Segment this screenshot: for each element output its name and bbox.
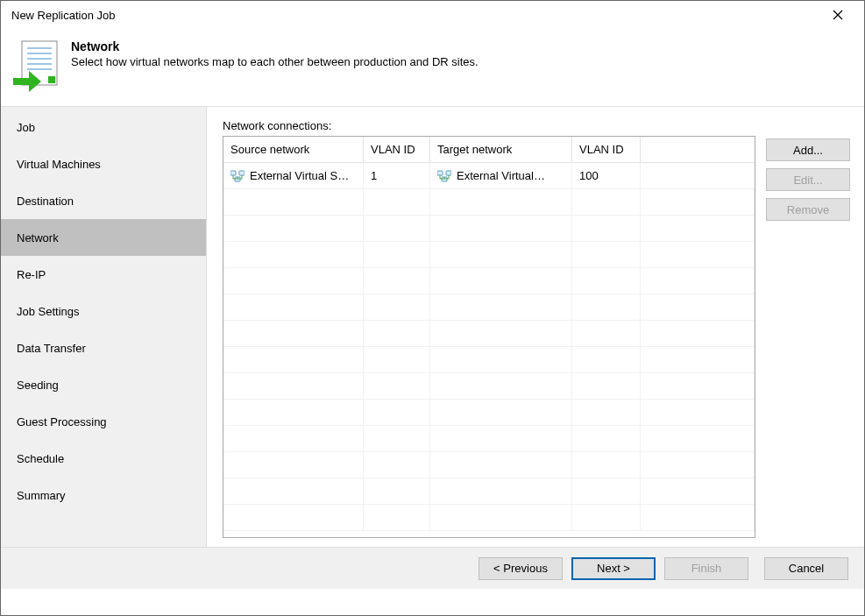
table-row-empty	[223, 268, 755, 294]
network-page-icon	[13, 39, 59, 94]
sidebar-item-guest-processing[interactable]: Guest Processing	[1, 403, 206, 440]
sidebar-item-seeding[interactable]: Seeding	[1, 366, 206, 403]
sidebar-item-label: Summary	[17, 489, 66, 502]
sidebar-item-virtual-machines[interactable]: Virtual Machines	[1, 145, 206, 182]
col-source-network[interactable]: Source network	[223, 137, 364, 162]
table-row-empty	[223, 426, 755, 452]
table-row-empty	[223, 294, 755, 321]
sidebar-item-re-ip[interactable]: Re-IP	[1, 256, 206, 293]
col-spacer	[641, 137, 755, 162]
col-target-network[interactable]: Target network	[430, 137, 572, 162]
cancel-button[interactable]: Cancel	[764, 557, 848, 580]
header-text: Network Select how virtual networks map …	[71, 39, 479, 68]
finish-button: Finish	[664, 557, 748, 580]
title-bar: New Replication Job	[1, 1, 864, 29]
sidebar-item-label: Job Settings	[17, 305, 80, 318]
next-button[interactable]: Next >	[571, 557, 656, 580]
side-button-column: Add... Edit... Remove	[766, 119, 850, 538]
sidebar-item-label: Seeding	[17, 379, 59, 392]
sidebar-item-label: Destination	[17, 195, 74, 208]
wizard-footer: < Previous Next > Finish Cancel	[1, 547, 864, 589]
network-connections-table[interactable]: Source network VLAN ID Target network VL…	[223, 136, 755, 538]
sidebar-item-label: Re-IP	[17, 268, 46, 281]
sidebar-item-destination[interactable]: Destination	[1, 182, 206, 219]
svg-rect-17	[446, 171, 451, 175]
table-row-empty	[223, 216, 755, 242]
cell-source-network: External Virtual S…	[250, 169, 349, 182]
col-source-vlan[interactable]: VLAN ID	[364, 137, 430, 162]
sidebar-item-label: Virtual Machines	[17, 158, 101, 171]
sidebar-item-job-settings[interactable]: Job Settings	[1, 293, 206, 329]
table-label: Network connections:	[223, 119, 755, 132]
sidebar-item-label: Schedule	[17, 452, 64, 465]
sidebar-item-data-transfer[interactable]: Data Transfer	[1, 329, 206, 366]
network-icon	[230, 170, 245, 182]
sidebar-item-network[interactable]: Network	[1, 219, 206, 256]
sidebar-item-job[interactable]: Job	[1, 109, 206, 145]
page-description: Select how virtual networks map to each …	[71, 55, 479, 68]
table-row-empty	[223, 452, 755, 478]
window-title: New Replication Job	[10, 9, 116, 22]
wizard-sidebar: Job Virtual Machines Destination Network…	[1, 107, 206, 547]
cell-target-network: External Virtual…	[457, 169, 545, 182]
table-row-empty	[223, 478, 755, 505]
sidebar-item-schedule[interactable]: Schedule	[1, 440, 206, 477]
svg-rect-10	[239, 171, 245, 175]
table-header: Source network VLAN ID Target network VL…	[223, 137, 755, 163]
cell-source-vlan: 1	[371, 169, 377, 182]
content-panel: Network connections: Source network VLAN…	[206, 107, 864, 547]
remove-button: Remove	[766, 198, 850, 221]
sidebar-item-summary[interactable]: Summary	[1, 477, 206, 513]
svg-rect-9	[230, 171, 236, 175]
sidebar-item-label: Data Transfer	[17, 342, 86, 355]
svg-rect-8	[48, 76, 55, 83]
table-row-empty	[223, 400, 755, 426]
table-row-empty	[223, 373, 755, 400]
cell-target-vlan: 100	[579, 169, 599, 182]
sidebar-item-label: Job	[17, 121, 35, 134]
page-title: Network	[71, 39, 479, 53]
page-header: Network Select how virtual networks map …	[1, 29, 864, 106]
sidebar-item-label: Network	[17, 231, 59, 244]
close-icon	[833, 10, 843, 20]
table-row-empty	[223, 321, 755, 347]
close-button[interactable]	[820, 3, 855, 27]
table-row-empty	[223, 505, 755, 531]
table-row-empty	[223, 347, 755, 373]
previous-button[interactable]: < Previous	[479, 557, 563, 580]
table-row-empty	[223, 189, 755, 216]
table-row[interactable]: External Virtual S… 1 Ext	[223, 163, 755, 189]
edit-button: Edit...	[766, 168, 850, 191]
sidebar-item-label: Guest Processing	[17, 415, 107, 428]
svg-rect-16	[437, 171, 443, 175]
network-icon	[437, 170, 451, 182]
table-row-empty	[223, 242, 755, 268]
col-target-vlan[interactable]: VLAN ID	[572, 137, 641, 162]
add-button[interactable]: Add...	[766, 138, 850, 161]
